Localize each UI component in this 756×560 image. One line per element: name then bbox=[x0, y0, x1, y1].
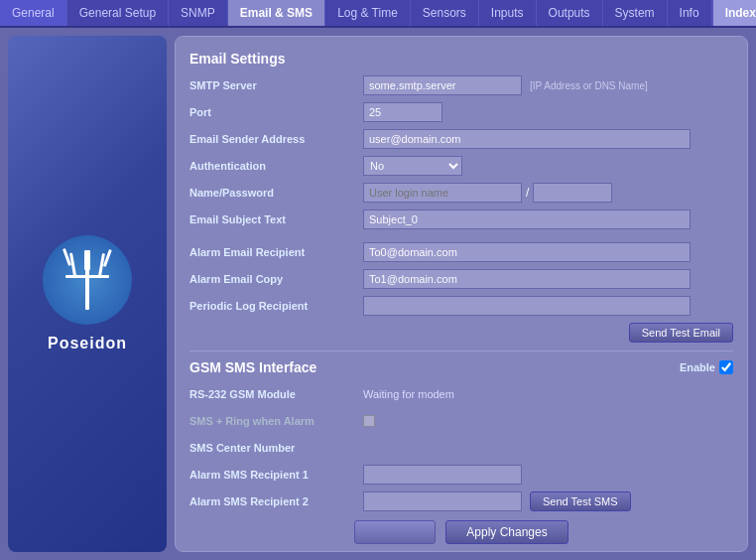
send-test-sms-button[interactable]: Send Test SMS bbox=[530, 491, 631, 511]
email-sender-row: Email Sender Address bbox=[189, 128, 733, 150]
alarm-copy-input[interactable] bbox=[363, 269, 691, 289]
section-divider bbox=[189, 350, 733, 351]
main-content: Poseidon Email Settings SMTP Server [IP … bbox=[0, 28, 756, 560]
tab-info[interactable]: Info bbox=[668, 0, 712, 26]
right-panel: Email Settings SMTP Server [IP Address o… bbox=[175, 36, 748, 552]
sms-center-row: SMS Center Number bbox=[189, 437, 733, 459]
tab-index-page[interactable]: Index Page bbox=[712, 0, 756, 26]
auth-select[interactable]: No Yes bbox=[363, 156, 462, 176]
gsm-enable-label: Enable bbox=[680, 361, 715, 373]
alarm-sms2-label: Alarm SMS Recipient 2 bbox=[189, 495, 363, 507]
svg-rect-3 bbox=[84, 250, 90, 270]
tab-log-time[interactable]: Log & Time bbox=[325, 0, 411, 26]
alarm-copy-label: Alarm Email Copy bbox=[189, 273, 363, 285]
smtp-server-label: SMTP Server bbox=[189, 79, 363, 91]
alarm-sms1-label: Alarm SMS Recipient 1 bbox=[189, 469, 363, 481]
tab-inputs[interactable]: Inputs bbox=[479, 0, 537, 26]
send-test-email-button[interactable]: Send Test Email bbox=[629, 323, 733, 343]
smtp-server-row: SMTP Server [IP Address or DNS Name] bbox=[189, 74, 733, 96]
smtp-server-input[interactable] bbox=[363, 75, 522, 95]
slash-divider: / bbox=[526, 186, 529, 200]
gsm-header-row: GSM SMS Interface Enable bbox=[189, 359, 733, 375]
subject-label: Email Subject Text bbox=[189, 213, 363, 225]
blank-button[interactable] bbox=[354, 520, 436, 544]
gsm-title: GSM SMS Interface bbox=[189, 359, 316, 375]
sms-ring-row: SMS + Ring when Alarm bbox=[189, 410, 733, 432]
svg-rect-0 bbox=[85, 265, 89, 310]
periodic-log-label: Periodic Log Recipient bbox=[189, 300, 363, 312]
send-test-email-row: Send Test Email bbox=[189, 323, 733, 343]
alarm-copy-row: Alarm Email Copy bbox=[189, 268, 733, 290]
gsm-enable-group: Enable bbox=[680, 360, 733, 374]
auth-label: Authentication bbox=[189, 160, 363, 172]
tab-system[interactable]: System bbox=[603, 0, 668, 26]
subject-input[interactable] bbox=[363, 210, 691, 229]
svg-rect-6 bbox=[65, 275, 109, 278]
tab-sensors[interactable]: Sensors bbox=[411, 0, 479, 26]
alarm-recipient-label: Alarm Email Recipient bbox=[189, 246, 363, 258]
smtp-server-note: [IP Address or DNS Name] bbox=[530, 80, 648, 91]
svg-rect-5 bbox=[103, 249, 112, 267]
sms-center-label: SMS Center Number bbox=[189, 442, 363, 454]
email-sender-input[interactable] bbox=[363, 129, 691, 149]
alarm-sms2-input[interactable] bbox=[363, 491, 522, 511]
tab-general-setup[interactable]: General Setup bbox=[67, 0, 169, 26]
name-password-label: Name/Password bbox=[189, 187, 363, 199]
alarm-recipient-input[interactable] bbox=[363, 242, 691, 262]
alarm-sms1-input[interactable] bbox=[363, 465, 522, 485]
tab-email-sms[interactable]: Email & SMS bbox=[228, 0, 325, 26]
alarm-recipient-row: Alarm Email Recipient bbox=[189, 241, 733, 263]
apply-changes-row: Apply Changes bbox=[189, 520, 733, 544]
username-input[interactable] bbox=[363, 183, 522, 203]
tab-bar: General General Setup SNMP Email & SMS L… bbox=[0, 0, 756, 28]
sms-ring-checkbox[interactable] bbox=[363, 415, 375, 427]
alarm-sms2-row: Alarm SMS Recipient 2 Send Test SMS bbox=[189, 490, 733, 512]
left-panel: Poseidon bbox=[8, 36, 167, 552]
alarm-sms1-row: Alarm SMS Recipient 1 bbox=[189, 464, 733, 486]
tab-outputs[interactable]: Outputs bbox=[537, 0, 603, 26]
gsm-enable-checkbox[interactable] bbox=[719, 360, 733, 374]
port-label: Port bbox=[189, 106, 363, 118]
email-settings-title: Email Settings bbox=[189, 51, 733, 67]
rs232-label: RS-232 GSM Module bbox=[189, 388, 363, 400]
name-password-row: Name/Password / bbox=[189, 182, 733, 204]
trident-icon bbox=[58, 245, 117, 315]
rs232-status: Waiting for modem bbox=[363, 388, 454, 400]
email-sender-label: Email Sender Address bbox=[189, 133, 363, 145]
apply-changes-button[interactable]: Apply Changes bbox=[445, 520, 567, 544]
tab-snmp[interactable]: SNMP bbox=[169, 0, 228, 26]
brand-name: Poseidon bbox=[48, 335, 127, 352]
logo-circle bbox=[43, 235, 132, 325]
auth-row: Authentication No Yes bbox=[189, 155, 733, 177]
sms-ring-label: SMS + Ring when Alarm bbox=[189, 415, 363, 427]
rs232-row: RS-232 GSM Module Waiting for modem bbox=[189, 383, 733, 405]
periodic-log-input[interactable] bbox=[363, 296, 691, 316]
port-input[interactable] bbox=[363, 102, 442, 122]
password-input[interactable] bbox=[533, 183, 612, 203]
svg-rect-4 bbox=[63, 248, 71, 266]
port-row: Port bbox=[189, 101, 733, 123]
subject-row: Email Subject Text bbox=[189, 209, 733, 230]
periodic-log-row: Periodic Log Recipient bbox=[189, 295, 733, 317]
tab-general[interactable]: General bbox=[0, 0, 67, 26]
